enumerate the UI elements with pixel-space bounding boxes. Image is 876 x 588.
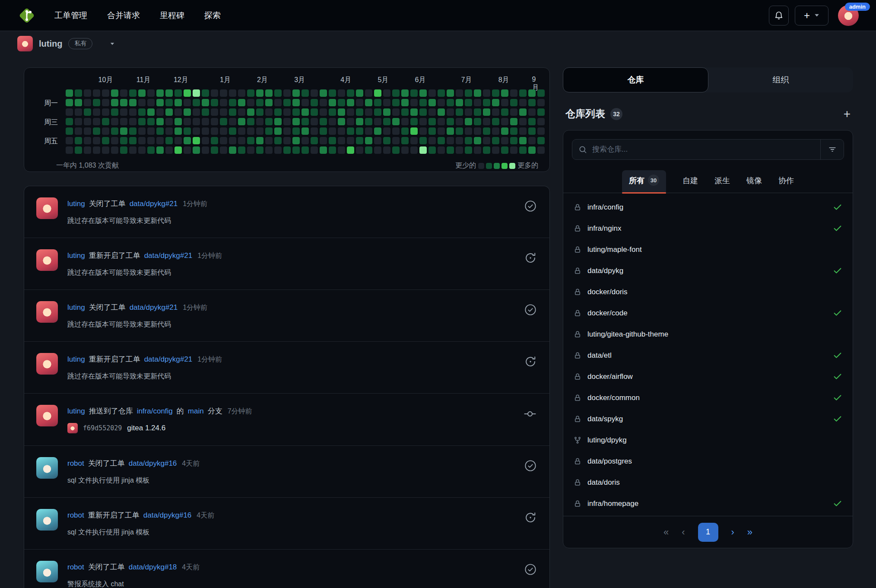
heatmap-cell — [220, 99, 227, 106]
feed-timestamp: 1分钟前 — [197, 251, 222, 261]
filter-icon — [828, 145, 837, 154]
repo-row[interactable]: luting/dpykg — [563, 429, 853, 451]
context-chevron-down-icon[interactable] — [111, 43, 114, 45]
heatmap-cell — [165, 89, 173, 97]
heatmap-cell — [374, 89, 381, 97]
nav-item-3[interactable]: 探索 — [204, 10, 221, 21]
feed-link[interactable]: luting — [67, 355, 85, 364]
heatmap-cell — [438, 108, 445, 116]
repo-filter-tab-1[interactable]: 自建 — [682, 175, 698, 193]
repo-row[interactable]: docker/code — [563, 302, 853, 324]
repo-row[interactable]: infra/nginx — [563, 218, 853, 239]
feed-link[interactable]: luting — [67, 303, 85, 312]
repo-filter-button[interactable] — [820, 140, 844, 159]
feed-link[interactable]: luting — [67, 407, 85, 416]
last-page-button[interactable]: » — [747, 527, 752, 538]
feed-link[interactable]: data/dpykg#21 — [144, 251, 193, 260]
notifications-button[interactable] — [769, 6, 789, 25]
heatmap-cell — [111, 146, 118, 154]
feed-avatar[interactable] — [36, 457, 58, 479]
heatmap-cell — [256, 89, 263, 97]
feed-avatar[interactable] — [36, 405, 58, 426]
feed-comment: sql 文件执行使用 jinja 模板 — [67, 528, 524, 537]
repo-filter-tab-2[interactable]: 派生 — [714, 175, 730, 193]
feed-link[interactable]: data/dpykg#21 — [130, 303, 178, 312]
heatmap-cell — [220, 108, 227, 116]
nav-item-0[interactable]: 工单管理 — [54, 10, 87, 21]
heatmap-day-label: 周一 — [44, 99, 58, 108]
feed-link[interactable]: data/dpykg#21 — [144, 355, 193, 364]
heatmap-cell — [265, 99, 273, 106]
feed-link[interactable]: luting — [67, 200, 85, 208]
repo-row[interactable]: data/spykg — [563, 408, 853, 429]
heatmap-cell — [447, 99, 454, 106]
heatmap-cell — [383, 108, 390, 116]
feed-avatar[interactable] — [36, 249, 58, 271]
repo-row[interactable]: docker/common — [563, 387, 853, 408]
panel-tab-1[interactable]: 组织 — [708, 67, 853, 92]
heatmap-cell — [193, 89, 200, 97]
feed-avatar[interactable] — [36, 353, 58, 375]
repo-filter-tab-4[interactable]: 协作 — [778, 175, 794, 193]
feed-link[interactable]: robot — [67, 511, 84, 520]
feed-entry: robot关闭了工单data/dpykg#164天前sql 文件执行使用 jin… — [24, 445, 549, 497]
nav-item-2[interactable]: 里程碑 — [160, 10, 184, 21]
create-new-button[interactable]: + — [795, 6, 828, 25]
heatmap-cell — [165, 127, 173, 135]
repo-name: luting/dpykg — [587, 436, 627, 445]
heatmap-cell — [120, 118, 127, 125]
repo-row[interactable]: infra/config — [563, 197, 853, 218]
heatmap-cell — [184, 127, 191, 135]
next-page-button[interactable]: › — [731, 527, 734, 538]
repo-row[interactable]: data/dpykg — [563, 260, 853, 281]
repo-filter-tab-3[interactable]: 镜像 — [746, 175, 762, 193]
repo-row[interactable]: data/etl — [563, 345, 853, 366]
feed-link[interactable]: data/dpykg#18 — [129, 563, 177, 572]
context-username[interactable]: luting — [39, 39, 62, 49]
feed-avatar[interactable] — [36, 301, 58, 323]
feed-link[interactable]: luting — [67, 251, 85, 260]
heatmap-cell — [292, 127, 300, 135]
heatmap-cell — [320, 89, 327, 97]
heatmap-cell — [202, 127, 209, 135]
feed-link[interactable]: infra/config — [137, 407, 173, 416]
repo-row[interactable]: data/postgres — [563, 451, 853, 472]
new-repo-plus-icon[interactable]: + — [844, 108, 851, 120]
feed-link[interactable]: main — [188, 407, 204, 416]
panel-tab-0[interactable]: 仓库 — [563, 67, 708, 92]
repo-filter-tab-0[interactable]: 所有30 — [622, 170, 666, 193]
heatmap-cell — [238, 99, 245, 106]
repo-row[interactable]: infra/homepage — [563, 493, 853, 514]
repo-search-input[interactable] — [592, 145, 820, 154]
heatmap-cell — [320, 137, 327, 144]
feed-link[interactable]: data/dpykg#21 — [130, 200, 178, 208]
heatmap-cell — [202, 99, 209, 106]
heatmap-cell — [465, 146, 472, 154]
feed-avatar[interactable] — [36, 509, 58, 531]
heatmap-cell — [111, 118, 118, 125]
feed-link[interactable]: robot — [67, 563, 84, 572]
repo-row[interactable]: data/doris — [563, 472, 853, 493]
nav-item-1[interactable]: 合并请求 — [107, 10, 140, 21]
feed-link[interactable]: data/dpykg#16 — [129, 459, 177, 468]
feed-comment: 跳过存在版本可能导致未更新代码 — [67, 268, 524, 277]
heatmap-cell — [383, 89, 390, 97]
repo-row[interactable]: luting/maple-font — [563, 239, 853, 260]
feed-avatar[interactable] — [36, 197, 58, 219]
gitea-logo[interactable] — [17, 6, 36, 25]
feed-link[interactable]: robot — [67, 459, 84, 468]
repo-row[interactable]: docker/doris — [563, 281, 853, 302]
page-number-button[interactable]: 1 — [698, 523, 718, 542]
repo-row[interactable]: luting/gitea-github-theme — [563, 324, 853, 345]
heatmap-cell — [347, 99, 354, 106]
lock-icon — [574, 288, 581, 296]
repo-row[interactable]: docker/airflow — [563, 366, 853, 387]
heatmap-cell — [329, 108, 336, 116]
feed-link[interactable]: data/dpykg#16 — [143, 511, 192, 520]
context-avatar[interactable] — [17, 36, 33, 51]
heatmap-cell — [265, 89, 273, 97]
feed-avatar[interactable] — [36, 561, 58, 582]
commit-hash[interactable]: f69d552029 — [83, 424, 122, 432]
heatmap-cell — [501, 146, 508, 154]
heatmap-cell — [138, 146, 146, 154]
